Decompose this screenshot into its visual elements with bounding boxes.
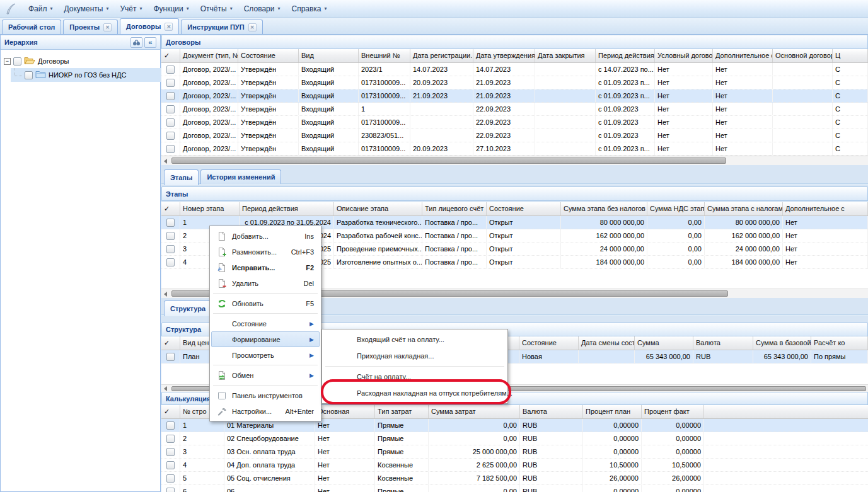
scroll-left-icon[interactable] (164, 159, 167, 164)
column-header[interactable]: ✓ (161, 49, 180, 62)
column-header[interactable]: Тип лицевого счёт (422, 202, 487, 215)
menu-item-3[interactable]: Функции▾ (148, 1, 194, 16)
column-header[interactable]: Сумма НДС этапа (647, 202, 705, 215)
row-checkbox[interactable] (166, 258, 175, 266)
collapse-node-icon[interactable]: − (4, 58, 11, 65)
submenu-item-1[interactable]: Приходная накладная... (323, 348, 506, 364)
context-menu-item-0[interactable]: Добавить...Ins (211, 228, 320, 244)
scrollbar-thumb[interactable] (171, 157, 726, 164)
scroll-left-icon[interactable] (164, 292, 167, 297)
table-row[interactable]: 404 Доп. оплата трудаНетКосвенные2 625 0… (161, 459, 868, 472)
tab-1[interactable]: История изменений (200, 169, 281, 184)
context-menu-item-1[interactable]: Размножить...Ctrl+F3 (211, 244, 320, 260)
row-checkbox[interactable] (166, 92, 175, 100)
column-header[interactable]: Дополнительное с (783, 202, 868, 215)
column-header[interactable]: Процент план (583, 405, 642, 418)
menu-item-0[interactable]: Файл▾ (23, 1, 59, 16)
column-header[interactable]: Сумма этапа с налогами (705, 202, 783, 215)
context-menu-item-5[interactable]: ОбновитьF5 (211, 295, 320, 311)
context-menu-item-14[interactable]: Настройки...Alt+Enter (211, 403, 320, 419)
table-row[interactable]: Договор, 2023/...УтверждёнВходящий017310… (161, 142, 868, 156)
column-header[interactable]: Тип затрат (375, 405, 429, 418)
table-row[interactable]: Договор, 2023/...УтверждёнВходящий017310… (161, 76, 868, 89)
table-row[interactable]: 303 Осн. оплата трудаНетПрямые25 000 000… (161, 445, 868, 459)
context-menu-item-13[interactable]: Панель инструментов (211, 387, 320, 403)
submenu-item-3[interactable]: Счёт на оплату... (323, 369, 506, 385)
close-icon[interactable]: ✕ (248, 23, 257, 31)
column-header[interactable]: Описание этапа (334, 202, 422, 215)
node-checkbox[interactable] (25, 71, 33, 79)
node-checkbox[interactable] (13, 57, 21, 66)
column-header[interactable]: Основной договор (773, 49, 833, 62)
row-checkbox[interactable] (166, 488, 175, 492)
column-header[interactable]: Дата утверждения (473, 49, 535, 62)
row-checkbox[interactable] (166, 219, 175, 227)
table-row[interactable]: 606 ...НетПрямые0,00RUB0,000000,00000 (161, 485, 868, 492)
column-header[interactable]: Процент факт (642, 405, 704, 418)
tab-3[interactable]: Инструкции ПУП✕ (181, 20, 262, 34)
tab-2[interactable]: Договоры✕ (120, 18, 179, 34)
column-header[interactable]: Документ (тип, № (180, 49, 238, 62)
close-icon[interactable]: ✕ (103, 23, 112, 31)
tab-structure[interactable]: Структура (164, 300, 212, 316)
menu-item-2[interactable]: Учёт▾ (114, 1, 148, 16)
row-checkbox[interactable] (166, 66, 175, 74)
column-header[interactable]: Состояние (238, 49, 299, 62)
contracts-hscrollbar[interactable] (161, 156, 868, 165)
column-header[interactable]: Состояние (519, 336, 579, 350)
column-header[interactable]: ✓ (161, 405, 180, 418)
submenu-item-4[interactable]: Расходная накладная на отпуск потребител… (323, 385, 506, 401)
context-menu-item-8[interactable]: Формирование▶ (211, 331, 320, 347)
column-header[interactable]: Сумма (635, 336, 693, 350)
table-row[interactable]: Договор, 2023/...УтверждёнВходящий017310… (161, 89, 868, 103)
tab-1[interactable]: Проекты✕ (63, 20, 118, 34)
column-header[interactable]: Условный договор (655, 49, 713, 62)
row-checkbox[interactable] (166, 79, 175, 87)
tree-node-child[interactable]: НИОКР по ГОЗ без НДС (11, 68, 161, 82)
row-checkbox[interactable] (166, 353, 175, 361)
menu-item-4[interactable]: Отчёты▾ (195, 1, 238, 16)
column-header[interactable]: Дата регистрации. (410, 49, 473, 62)
column-header[interactable]: ✓ (161, 202, 180, 215)
column-header[interactable]: Внешний № (359, 49, 410, 62)
column-header[interactable]: Период действия (240, 202, 334, 215)
table-row[interactable]: Договор, 2023/...УтверждёнВходящий122.09… (161, 103, 868, 116)
column-header[interactable]: Сумма в базовой в (753, 336, 811, 350)
context-menu-item-3[interactable]: УдалитьDel (211, 275, 320, 291)
row-checkbox[interactable] (166, 232, 175, 240)
row-checkbox[interactable] (166, 461, 175, 469)
row-checkbox[interactable] (166, 132, 175, 140)
table-row[interactable]: Договор, 2023/...УтверждёнВходящий2023/1… (161, 63, 868, 76)
tree-node-root[interactable]: − Договоры (1, 54, 160, 68)
row-checkbox[interactable] (166, 118, 175, 127)
menu-item-1[interactable]: Документы▾ (59, 1, 115, 16)
column-header[interactable]: Дата смены состоя (579, 336, 635, 350)
submenu-item-0[interactable]: Входящий счёт на оплату... (323, 331, 506, 348)
column-header[interactable]: Сумма затрат (429, 405, 520, 418)
column-header[interactable]: Дополнительное с (713, 49, 773, 62)
context-menu-item-7[interactable]: Состояние▶ (211, 316, 320, 331)
table-row[interactable]: Договор, 2023/...УтверждёнВходящий230823… (161, 129, 868, 142)
tab-0[interactable]: Рабочий стол (2, 20, 61, 34)
row-checkbox[interactable] (166, 421, 175, 430)
scroll-left-icon[interactable] (164, 386, 167, 391)
column-header[interactable]: Расчёт ко (811, 336, 868, 350)
table-row[interactable]: Договор, 2023/...УтверждёнВходящий017310… (161, 116, 868, 129)
column-header[interactable]: Валюта (693, 336, 753, 350)
column-header[interactable]: Сумма этапа без налогов (561, 202, 647, 215)
column-header[interactable]: Валюта (520, 405, 583, 418)
column-header[interactable]: Период действия.. (596, 49, 655, 62)
context-menu-item-11[interactable]: Обмен▶ (211, 367, 320, 383)
row-checkbox[interactable] (166, 474, 175, 483)
row-checkbox[interactable] (166, 435, 175, 443)
row-checkbox[interactable] (166, 105, 175, 113)
table-row[interactable]: 505 Соц. отчисленияНетКосвенные7 182 500… (161, 472, 868, 485)
row-checkbox[interactable] (166, 448, 175, 456)
table-row[interactable]: 202 СпецоборудованиеНетПрямые0,00RUB0,00… (161, 432, 868, 445)
tab-0[interactable]: Этапы (164, 169, 199, 185)
row-checkbox[interactable] (166, 245, 175, 253)
collapse-panel-button[interactable]: « (144, 37, 156, 48)
search-button[interactable] (130, 37, 142, 48)
column-header[interactable]: Номер этапа (180, 202, 240, 215)
column-header[interactable]: Дата закрытия (535, 49, 596, 62)
